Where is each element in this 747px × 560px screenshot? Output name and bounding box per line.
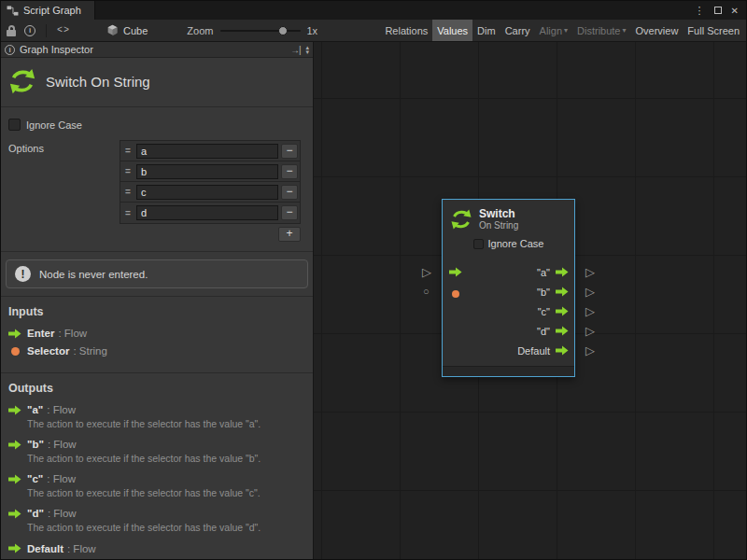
output-description: The action to execute if the selector ha…	[27, 522, 305, 534]
option-row: = −	[120, 161, 300, 182]
carry-button[interactable]: Carry	[500, 20, 535, 41]
output-item: Default : Flow	[1, 543, 313, 554]
flow-port-icon	[8, 440, 21, 450]
lock-button[interactable]	[3, 21, 20, 40]
output-description: The action to execute if the selector ha…	[27, 453, 305, 465]
output-connection-stub[interactable]: ▷	[585, 344, 595, 357]
output-port-row[interactable]: "b"	[443, 282, 574, 301]
values-button[interactable]: Values	[432, 20, 472, 41]
output-port-row[interactable]: "c"	[443, 301, 574, 321]
add-option-button[interactable]: +	[278, 227, 301, 242]
input-type: : Flow	[58, 328, 87, 339]
chevron-down-icon: ▾	[623, 27, 627, 35]
ignore-case-checkbox[interactable]	[473, 239, 484, 249]
option-input[interactable]	[136, 205, 278, 220]
output-connection-stub[interactable]: ▷	[585, 266, 595, 278]
node-properties: Ignore Case Options = − =	[1, 107, 313, 252]
zoom-slider[interactable]	[220, 25, 301, 36]
option-input[interactable]	[136, 164, 278, 179]
enter-connection-stub[interactable]: ▷	[422, 266, 431, 278]
fullscreen-button[interactable]: Full Screen	[683, 20, 744, 41]
output-port-row[interactable]: Default	[443, 341, 574, 360]
port-label: Default	[517, 345, 550, 357]
option-row: = −	[120, 182, 300, 203]
graph-target[interactable]: Cube	[106, 24, 148, 36]
options-label: Options	[8, 143, 44, 154]
node-subtitle: On String	[479, 220, 518, 231]
ignore-case-label: Ignore Case	[26, 119, 82, 131]
node-footer	[443, 366, 574, 376]
zoom-value: 1x	[306, 25, 317, 36]
dim-button[interactable]: Dim	[472, 20, 500, 41]
remove-option-button[interactable]: −	[281, 164, 298, 179]
input-item: Selector : String	[1, 345, 313, 357]
inspect-button[interactable]: i	[20, 21, 40, 40]
node-title: Switch	[479, 208, 518, 220]
zoom-slider-track	[220, 30, 301, 32]
output-item: "b" : Flow	[1, 439, 313, 450]
input-name: Enter	[27, 328, 54, 339]
dock-icon[interactable]: →|	[290, 45, 301, 55]
flow-port-icon	[8, 329, 21, 339]
graph-toolbar: i <> Cube Zoom 1x Relations Values Dim C…	[1, 20, 746, 42]
port-label: "a"	[537, 267, 550, 278]
close-icon[interactable]: ✕	[731, 6, 739, 16]
enter-port[interactable]	[449, 267, 462, 277]
info-icon: i	[24, 25, 35, 36]
ignore-case-checkbox[interactable]	[8, 119, 21, 131]
drag-handle-icon[interactable]: =	[122, 208, 134, 218]
toolbar-separator	[46, 24, 47, 37]
output-type: : Flow	[47, 404, 76, 415]
string-port-icon	[11, 347, 20, 356]
cube-icon	[106, 24, 119, 36]
relations-button[interactable]: Relations	[380, 20, 432, 41]
tab-script-graph[interactable]: Script Graph	[1, 1, 95, 20]
remove-option-button[interactable]: −	[281, 144, 298, 159]
selector-connection-stub[interactable]: ○	[423, 287, 430, 297]
edit-script-button[interactable]: <>	[52, 21, 75, 40]
remove-option-button[interactable]: −	[281, 185, 298, 200]
titlebar: Script Graph ⋮ ✕	[1, 1, 746, 20]
info-icon: i	[5, 45, 15, 55]
output-item: "d" : Flow	[1, 508, 313, 519]
output-connection-stub[interactable]: ▷	[585, 305, 595, 317]
window-menu-icon[interactable]: ⋮	[695, 5, 705, 17]
distribute-dropdown[interactable]: Distribute▾	[572, 20, 630, 41]
selector-port[interactable]	[452, 288, 459, 300]
maximize-icon[interactable]	[714, 7, 722, 14]
output-description: The action to execute if the selector ha…	[27, 487, 305, 499]
scroll-down-icon[interactable]: ▾	[305, 49, 309, 54]
option-row: = −	[120, 141, 300, 161]
output-port-row[interactable]: "a"	[443, 262, 574, 282]
output-description: The action to execute if the selector ha…	[27, 418, 305, 430]
scroll-spinner[interactable]: ▴ ▾	[305, 45, 309, 54]
remove-option-button[interactable]: −	[281, 205, 298, 220]
flow-port-icon	[556, 345, 569, 356]
drag-handle-icon[interactable]: =	[122, 146, 134, 156]
target-label: Cube	[123, 25, 148, 36]
flow-port-icon	[449, 267, 462, 277]
inspector-header: i Graph Inspector →| ▴ ▾	[1, 42, 313, 58]
drag-handle-icon[interactable]: =	[122, 166, 134, 176]
inputs-title: Inputs	[8, 305, 313, 318]
ignore-case-label: Ignore Case	[488, 238, 544, 249]
align-dropdown[interactable]: Align▾	[535, 20, 572, 41]
output-connection-stub[interactable]: ▷	[585, 325, 595, 337]
output-item: "c" : Flow	[1, 473, 313, 484]
flow-port-icon	[556, 287, 569, 297]
graph-canvas[interactable]: Switch On String Ignore Case	[314, 42, 746, 559]
option-input[interactable]	[136, 144, 278, 159]
node-ports: "a" "b" "c" "d"	[443, 257, 574, 366]
warning-section: ! Node is never entered.	[1, 252, 313, 297]
switch-on-string-node[interactable]: Switch On String Ignore Case	[442, 199, 575, 377]
flow-port-icon	[8, 474, 21, 484]
overview-button[interactable]: Overview	[631, 20, 684, 41]
output-connection-stub[interactable]: ▷	[585, 286, 595, 298]
flow-port-icon	[8, 543, 21, 553]
output-type: : Flow	[67, 543, 96, 554]
zoom-slider-handle[interactable]	[278, 26, 288, 35]
output-port-row[interactable]: "d"	[443, 321, 574, 341]
option-input[interactable]	[136, 185, 278, 200]
drag-handle-icon[interactable]: =	[122, 187, 134, 197]
flow-port-icon	[556, 306, 569, 316]
